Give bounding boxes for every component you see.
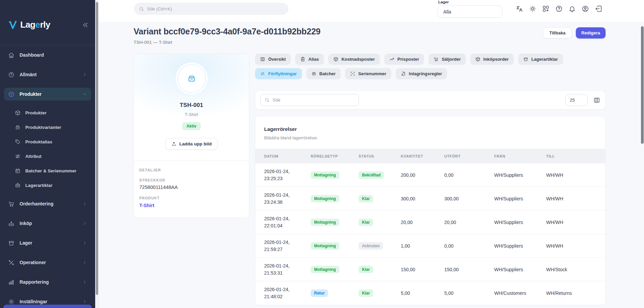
- language-button[interactable]: [516, 5, 523, 12]
- upload-image-button[interactable]: Ladda upp bild: [165, 138, 218, 150]
- tag-icon: [15, 139, 21, 145]
- apps-button[interactable]: [542, 5, 550, 12]
- sidebar-subitem-lagerartiklar[interactable]: Lagerartiklar: [4, 180, 91, 191]
- trend-up-icon: [389, 57, 394, 62]
- sidebar-item-label: Allmänt: [20, 72, 37, 77]
- translate-icon: [516, 5, 523, 12]
- tab-alias[interactable]: Alias: [295, 54, 324, 65]
- table-row[interactable]: 2026-01-24,23:25:23 Mottagning Bekräftad…: [255, 163, 605, 187]
- sidebar-subitem-attribut[interactable]: Attribut: [4, 151, 91, 162]
- tab-serienummer[interactable]: Serienummer: [345, 68, 391, 79]
- sidebar-group-produkter: Produkter Produkter Produktvarianter Pro…: [0, 88, 95, 191]
- logout-button[interactable]: [595, 5, 602, 12]
- cell-from: WH/Suppliers: [494, 172, 546, 178]
- cell-date: 2026-01-24,23:24:36: [264, 192, 311, 206]
- variant-avatar: [177, 64, 206, 93]
- tab-saljorder[interactable]: Säljorder: [428, 54, 466, 65]
- case-icon: [15, 183, 21, 188]
- movement-type-badge: Retur: [311, 289, 328, 297]
- scrollbar-thumb[interactable]: [641, 26, 644, 144]
- cell-to: WH/Stock: [546, 267, 596, 272]
- page-subtitle: TSH-001 — T-Shirt: [134, 40, 320, 45]
- sidebar-item-produkter[interactable]: Produkter: [4, 88, 91, 101]
- table-search-input[interactable]: [273, 97, 355, 103]
- grid-plus-icon: [542, 5, 550, 12]
- sidebar-subitem-batcher-serienummer[interactable]: Batcher & Serienummer: [4, 165, 91, 176]
- page-size-input[interactable]: [565, 94, 588, 106]
- scrollbar-thumb[interactable]: [96, 2, 98, 295]
- movement-type-badge: Mottagning: [311, 171, 339, 179]
- tab-prisposter[interactable]: Prisposter: [384, 54, 424, 65]
- product-label: PRODUKT: [139, 196, 244, 200]
- tab-batcher[interactable]: Batcher: [306, 68, 341, 79]
- chevron-right-icon: [82, 72, 87, 77]
- sidebar-item-rapportering[interactable]: Rapportering: [4, 276, 91, 288]
- table-toolbar: [255, 90, 606, 110]
- help-button[interactable]: [555, 5, 563, 12]
- chevron-right-icon: [82, 201, 87, 206]
- sidebar-bottom-card[interactable]: [3, 305, 92, 308]
- tab-inkopsorder[interactable]: Inköpsorder: [470, 54, 514, 65]
- global-search[interactable]: [134, 3, 288, 15]
- header-actions: Tillbaka Redigera: [543, 27, 606, 38]
- tab-oversikt[interactable]: Översikt: [255, 54, 291, 65]
- chevron-right-icon: [82, 241, 87, 245]
- edit-button[interactable]: Redigera: [576, 27, 606, 38]
- column-settings-button[interactable]: [593, 97, 600, 104]
- back-button[interactable]: Tillbaka: [543, 27, 572, 38]
- sidebar-subitem-label: Produkter: [25, 110, 47, 115]
- table-row[interactable]: 2026-01-24,21:53:31 Mottagning Klar 150,…: [255, 258, 605, 281]
- status-badge: Klar: [359, 219, 373, 226]
- details-heading: DETALJER: [139, 168, 244, 172]
- sidebar-item-inkop[interactable]: Inköp: [4, 217, 91, 230]
- columns-icon: [260, 57, 265, 62]
- sidebar-item-operationer[interactable]: Operationer: [4, 256, 91, 269]
- tools-icon: [8, 259, 15, 266]
- cell-done: 300,00: [444, 196, 494, 201]
- status-badge: Klar: [359, 195, 373, 202]
- cell-date: 2026-01-24,21:59:27: [264, 239, 311, 253]
- cell-done: 0,00: [444, 243, 494, 249]
- theme-toggle-button[interactable]: [529, 5, 536, 12]
- brand: Lagerly: [0, 0, 95, 30]
- sidebar-subitem-produktalias[interactable]: Produktalias: [4, 136, 91, 147]
- tab-label: Kostnadsposter: [341, 57, 375, 62]
- table-row[interactable]: 2026-01-24,23:24:36 Mottagning Klar 300,…: [255, 187, 605, 211]
- table-search[interactable]: [260, 94, 359, 106]
- cell-quantity: 20,00: [401, 220, 444, 225]
- tab-inlagringsregler[interactable]: Inlagringsregler: [396, 68, 447, 79]
- tab-lagerartiklar[interactable]: Lagerartiklar: [518, 54, 563, 65]
- bar-chart-icon: [8, 279, 15, 285]
- table-row[interactable]: 2026-01-24,22:01:04 Mottagning Klar 20,0…: [255, 211, 605, 234]
- notifications-button[interactable]: [568, 5, 576, 12]
- tab-forflyttningar[interactable]: Förflyttningar: [255, 68, 302, 79]
- movement-type-badge: Mottagning: [311, 266, 339, 273]
- page-scrollbar[interactable]: [641, 0, 644, 308]
- chevron-down-icon: [82, 92, 87, 96]
- cell-date: 2026-01-24,22:01:04: [264, 215, 311, 229]
- product-link[interactable]: T-Shirt: [139, 203, 244, 208]
- product-box-icon: [187, 74, 196, 83]
- global-search-input[interactable]: [147, 6, 283, 11]
- sidebar-scrollbar[interactable]: [95, 0, 99, 308]
- tab-kostnadsposter[interactable]: Kostnadsposter: [328, 54, 380, 65]
- table-row[interactable]: 2026-01-24,21:59:27 Mottagning Avbruten …: [255, 234, 605, 258]
- warehouse-select[interactable]: Alla: [438, 5, 502, 18]
- table-row[interactable]: 2026-01-24,21:48:02 Retur Klar 5,00 5,00…: [255, 281, 605, 305]
- sidebar-item-lager[interactable]: Lager: [4, 236, 91, 249]
- tab-label: Serienummer: [358, 71, 386, 76]
- movements-title: Lagerrörelser: [264, 126, 596, 132]
- collapse-sidebar-button[interactable]: [82, 21, 89, 29]
- chevron-right-icon: [82, 280, 87, 284]
- tab-label: Prisposter: [397, 57, 419, 62]
- sidebar-item-orderhantering[interactable]: Orderhantering: [4, 197, 91, 210]
- account-button[interactable]: [582, 5, 589, 12]
- sidebar-item-allmant[interactable]: Allmänt: [4, 68, 91, 81]
- sidebar-item-dashboard[interactable]: Dashboard: [4, 49, 91, 61]
- sidebar-subitem-produkter[interactable]: Produkter: [4, 107, 91, 118]
- tab-label: Inköpsorder: [483, 57, 509, 62]
- status-badge: Klar: [359, 289, 373, 297]
- upload-image-label: Ladda upp bild: [179, 141, 212, 146]
- cell-quantity: 300,00: [401, 196, 444, 201]
- sidebar-subitem-produktvarianter[interactable]: Produktvarianter: [4, 122, 91, 133]
